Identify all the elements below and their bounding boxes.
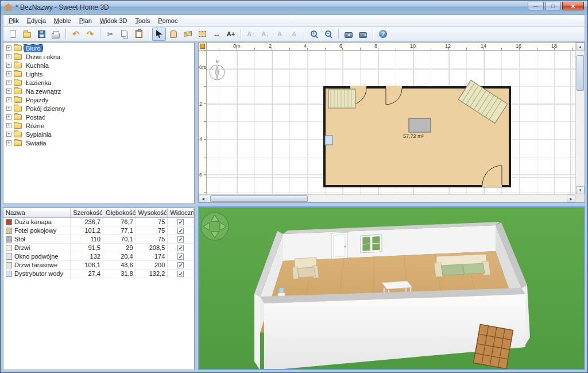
expand-icon[interactable] (6, 132, 11, 137)
expand-icon[interactable] (6, 123, 11, 128)
catalog-item-drzwi-i-okna[interactable]: Drzwi i okna (3, 52, 194, 61)
select-tool-button[interactable] (152, 28, 166, 41)
catalog-item-kuchnia[interactable]: Kuchnia (3, 61, 194, 70)
scroll-up-button[interactable]: ▲ (576, 43, 585, 51)
increase-text-size-button[interactable]: A↑ (244, 28, 258, 41)
redo-button[interactable]: ↷ (83, 28, 97, 41)
minimize-button[interactable] (528, 2, 544, 10)
menu-plik[interactable]: Plik (5, 16, 23, 26)
scroll-left-button[interactable]: ◀ (199, 195, 207, 202)
catalog-item-pojazdy[interactable]: Pojazdy (3, 95, 194, 104)
catalog-item-sypialnia[interactable]: Sypialnia (3, 130, 194, 139)
expand-icon[interactable] (6, 106, 11, 111)
zoom-in-button[interactable]: + (307, 28, 321, 41)
toggle-bold-button[interactable]: A (273, 28, 287, 41)
menu-tools[interactable]: Tools (131, 16, 154, 26)
column-header-widoczny[interactable]: Widoczny (168, 208, 194, 218)
plan-water-dispenser[interactable] (325, 136, 332, 145)
furniture-catalog-tree[interactable]: Biuro Drzwi i okna Kuchnia Lights (3, 42, 195, 204)
expand-icon[interactable] (6, 140, 11, 145)
visible-checkbox[interactable] (177, 253, 184, 260)
create-dimensions-button[interactable]: ↔ (210, 28, 223, 41)
new-home-button[interactable] (6, 28, 20, 41)
open-home-button[interactable] (20, 28, 34, 41)
menu-pomoc[interactable]: Pomoc (154, 16, 181, 26)
visible-checkbox[interactable] (177, 262, 184, 268)
visible-checkbox[interactable] (177, 245, 184, 251)
toggle-italic-button[interactable]: A (287, 28, 301, 41)
furniture-row[interactable]: Drzwi tarasowe 106,1 43,6 200 (3, 261, 194, 270)
scroll-down-button[interactable]: ▼ (576, 186, 585, 194)
column-header-nazwa[interactable]: Nazwa (3, 208, 71, 218)
menu-widok-3d[interactable]: Widok 3D (96, 16, 131, 26)
expand-icon[interactable] (6, 80, 11, 85)
plan-canvas[interactable]: N (207, 51, 575, 194)
undo-button[interactable]: ↶ (69, 28, 83, 41)
pan-tool-button[interactable] (167, 28, 180, 41)
create-video-button[interactable] (356, 28, 370, 41)
door-3d[interactable] (331, 232, 347, 260)
visible-checkbox[interactable] (177, 236, 184, 243)
paste-button[interactable] (132, 28, 146, 41)
column-header-glebokosc[interactable]: Głębokość (103, 208, 136, 218)
furniture-row[interactable]: Stół 110 70,1 75 (3, 235, 194, 244)
furniture-row[interactable]: Fotel pokojowy 101,2 77,1 75 (3, 226, 194, 235)
furniture-list[interactable]: Nazwa Szerokość Głębokość Wysokość Widoc… (3, 207, 195, 370)
window-3d[interactable] (361, 234, 382, 253)
title-bar[interactable]: * BezNazwy - Sweet Home 3D (1, 1, 587, 14)
view-3d-panel[interactable] (198, 206, 585, 370)
print-button[interactable] (49, 28, 63, 41)
decrease-text-size-button[interactable]: A↓ (258, 28, 272, 41)
visible-checkbox[interactable] (177, 228, 184, 234)
visible-checkbox[interactable] (177, 271, 184, 277)
3d-canvas[interactable] (199, 207, 585, 370)
catalog-item-pokoj-dzienny[interactable]: Pokój dzienny (3, 104, 194, 113)
copy-button[interactable] (118, 28, 131, 41)
help-button[interactable] (376, 28, 390, 41)
3d-navigation-pad[interactable] (201, 213, 229, 240)
menu-meble[interactable]: Meble (50, 16, 75, 26)
add-texts-button[interactable]: A+ (224, 28, 238, 41)
scroll-thumb[interactable] (577, 55, 584, 91)
menu-edycja[interactable]: Edycja (23, 16, 50, 26)
catalog-item-postac[interactable]: Postać (3, 113, 194, 121)
save-home-button[interactable] (34, 28, 48, 41)
expand-icon[interactable] (6, 71, 11, 76)
catalog-item-lights[interactable]: Lights (3, 70, 194, 78)
furniture-row[interactable]: Drzwi 91,5 29 208,5 (3, 244, 194, 252)
expand-icon[interactable] (6, 54, 11, 59)
catalog-item-na-zewnatrz[interactable]: Na zewnątrz (3, 87, 194, 95)
column-header-wysokosc[interactable]: Wysokość (136, 208, 168, 218)
expand-icon[interactable] (6, 114, 11, 120)
catalog-item-swiatla[interactable]: Światła (3, 139, 194, 147)
plan-sofa-large[interactable] (328, 89, 355, 108)
close-button[interactable] (562, 2, 584, 10)
furniture-row[interactable]: Okno podwójne 132 20,4 174 (3, 252, 194, 261)
create-rooms-button[interactable] (195, 28, 209, 41)
plan-horizontal-scrollbar[interactable]: ◀ ▶ (199, 194, 575, 202)
cut-button[interactable]: ✂ (103, 28, 117, 41)
expand-icon[interactable] (6, 45, 11, 51)
scroll-right-button[interactable]: ▶ (567, 195, 575, 202)
expand-icon[interactable] (6, 97, 11, 102)
visible-checkbox[interactable] (177, 219, 184, 225)
zoom-out-button[interactable]: − (322, 28, 335, 41)
catalog-item-rozne[interactable]: Różne (3, 121, 194, 130)
furniture-row[interactable]: Duża kanapa 236,7 76,7 75 (3, 218, 194, 226)
plan-vertical-scrollbar[interactable]: ▲ ▼ (575, 43, 585, 194)
column-header-szerokosc[interactable]: Szerokość (71, 208, 103, 218)
maximize-button[interactable] (545, 2, 561, 10)
catalog-item-biuro[interactable]: Biuro (3, 44, 194, 52)
expand-icon[interactable] (6, 89, 11, 94)
folder-icon (14, 106, 22, 111)
create-photo-button[interactable] (342, 28, 355, 41)
expand-icon[interactable] (6, 63, 11, 68)
bookshelf-3d[interactable] (474, 324, 513, 368)
catalog-item-lazienka[interactable]: Łazienka (3, 78, 194, 87)
plan-table[interactable] (409, 118, 431, 132)
armchair-3d[interactable] (292, 257, 319, 279)
menu-plan[interactable]: Plan (75, 16, 96, 26)
create-walls-button[interactable] (181, 28, 195, 41)
scroll-thumb[interactable] (210, 195, 308, 202)
furniture-row[interactable]: Dystrybutor wody 27,4 31,8 132,2 (3, 270, 194, 278)
